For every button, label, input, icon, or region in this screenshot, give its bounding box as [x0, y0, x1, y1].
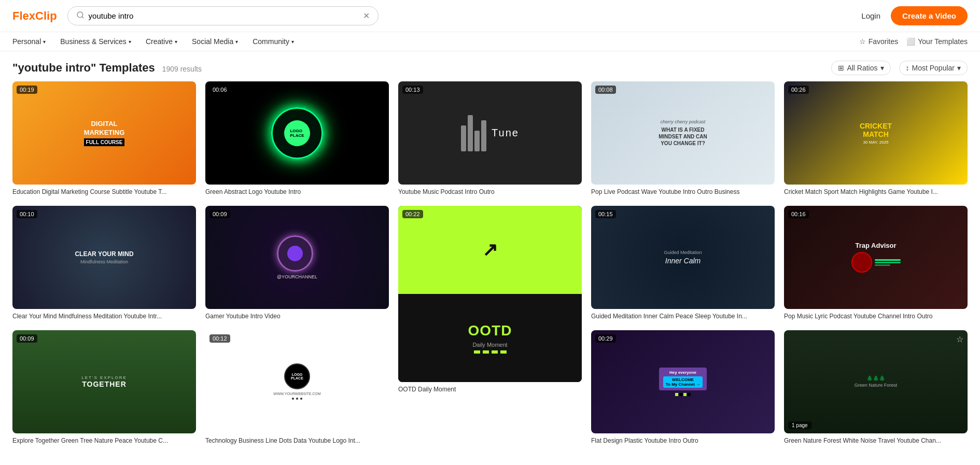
page-title: "youtube intro" Templates 1909 results: [12, 61, 202, 75]
chevron-down-icon: ▾: [957, 64, 961, 72]
template-card[interactable]: 00:16 Trap Advisor Pop Music Lyric Podca…: [784, 206, 968, 321]
one-page-badge: 1 page: [788, 421, 811, 429]
card-duration: 00:19: [17, 86, 37, 94]
nav-personal-label: Personal: [12, 37, 41, 46]
header-right: Login Create a Video: [861, 6, 968, 25]
ootd-dots: [474, 350, 507, 354]
gamer-circle: [277, 235, 313, 272]
card-title: Flat Design Plastic Youtube Intro Outro: [591, 436, 775, 445]
chevron-down-icon: ▾: [880, 64, 884, 72]
template-card[interactable]: 00:13 Tune Youtube Music Podcast Intro O…: [398, 81, 582, 196]
template-card[interactable]: 00:08 cherry cherry podcast WHAT IS A FI…: [591, 81, 775, 196]
card-thumbnail: 00:16 Trap Advisor: [784, 206, 968, 309]
nav-community-label: Community: [253, 37, 289, 46]
svg-point-0: [77, 12, 83, 18]
nav-social-media[interactable]: Social Media ▾: [192, 37, 238, 46]
card-thumbnail: 00:13 Tune: [398, 81, 582, 185]
card-title: Clear Your Mind Mindfulness Meditation Y…: [12, 312, 196, 321]
card-thumbnail: 00:08 cherry cherry podcast WHAT IS A FI…: [591, 81, 775, 185]
filter-row: ⊞ All Ratios ▾ ↕ Most Popular ▾: [831, 61, 968, 75]
card-title: Gamer Youtube Intro Video: [205, 312, 389, 321]
filter-ratio-button[interactable]: ⊞ All Ratios ▾: [831, 61, 890, 75]
template-card[interactable]: 00:09 @YOURCHANNEL Gamer Youtube Intro V…: [205, 206, 389, 321]
search-input[interactable]: [89, 11, 359, 20]
nav-community[interactable]: Community ▾: [253, 37, 294, 46]
template-grid: 00:19 DIGITALMARKETING FULL COURSE Educa…: [0, 81, 980, 458]
template-card-large[interactable]: 00:22 ↗ OOTD Daily Moment OOTD Daily Mom…: [398, 206, 582, 445]
card-duration: 00:26: [788, 86, 809, 94]
page-title-row: "youtube intro" Templates 1909 results ⊞…: [0, 51, 980, 81]
nav-business-label: Business & Services: [60, 37, 127, 46]
card-title: Green Abstract Logo Youtube Intro: [205, 188, 389, 196]
template-card[interactable]: 00:09 LET'S EXPLORE TOGETHER Explore Tog…: [12, 330, 196, 445]
ootd-subtitle: Daily Moment: [472, 342, 507, 348]
templates-icon: ⬜: [906, 37, 915, 46]
template-card[interactable]: 00:29 Hey everyone WELCOMETo My Channel …: [591, 330, 775, 445]
card-duration: 00:29: [595, 334, 616, 343]
card-duration: 00:08: [595, 86, 616, 94]
favorites-button[interactable]: ☆ Favorites: [859, 37, 899, 46]
chevron-down-icon: ▾: [129, 39, 131, 45]
template-card[interactable]: 00:06 LOGOPLACE Green Abstract Logo Yout…: [205, 81, 389, 196]
chevron-down-icon: ▾: [175, 39, 177, 45]
template-card[interactable]: 1 page ☆ 🌲🌲🌲 Green Nature Forest Green N…: [784, 330, 968, 445]
green-circle-decoration: LOGOPLACE: [271, 107, 323, 159]
card-thumbnail: 00:26 CRICKETMATCH 30 MAY, 2025: [784, 81, 968, 185]
card-title: Green Nature Forest White Noise Travel Y…: [784, 436, 968, 445]
results-count: 1909 results: [162, 65, 202, 73]
nav-social-media-label: Social Media: [192, 37, 233, 46]
favorites-label: Favorites: [869, 37, 899, 46]
nav-creative[interactable]: Creative ▾: [146, 37, 177, 46]
card-duration: 00:13: [402, 86, 423, 94]
search-query-title: "youtube intro": [12, 61, 96, 74]
ootd-text: OOTD: [468, 322, 512, 339]
card-title: Guided Meditation Inner Calm Peace Sleep…: [591, 312, 775, 321]
template-card[interactable]: 00:12 LOGOPLACE WWW.YOURWEBSITE.COM Tech…: [205, 330, 389, 445]
search-clear-icon[interactable]: ✕: [363, 11, 370, 21]
template-card[interactable]: 00:26 CRICKETMATCH 30 MAY, 2025 Cricket …: [784, 81, 968, 196]
chevron-down-icon: ▾: [43, 39, 46, 45]
filter-popular-button[interactable]: ↕ Most Popular ▾: [899, 61, 968, 75]
logo-placeholder: LOGOPLACE: [284, 120, 310, 146]
chevron-down-icon: ▾: [291, 39, 294, 45]
nav-right: ☆ Favorites ⬜ Your Templates: [859, 37, 968, 46]
logo[interactable]: FlexClip: [12, 9, 57, 23]
card-title: Technology Business Line Dots Data Youtu…: [205, 436, 389, 445]
nav-business[interactable]: Business & Services ▾: [60, 37, 131, 46]
filter-ratio-label: All Ratios: [847, 64, 877, 72]
template-card[interactable]: 00:19 DIGITALMARKETING FULL COURSE Educa…: [12, 81, 196, 196]
nav-creative-label: Creative: [146, 37, 173, 46]
ootd-bottom-section: OOTD Daily Moment: [398, 294, 582, 382]
card-title: Education Digital Marketing Course Subti…: [12, 188, 196, 196]
nav-personal[interactable]: Personal ▾: [12, 37, 46, 46]
card-thumbnail: 00:06 LOGOPLACE: [205, 81, 389, 185]
filter-popular-label: Most Popular: [912, 64, 955, 72]
nav-row: Personal ▾ Business & Services ▾ Creativ…: [0, 32, 980, 51]
your-templates-button[interactable]: ⬜ Your Templates: [906, 37, 968, 46]
card-duration: 00:16: [788, 210, 809, 218]
card-thumbnail: 00:12 LOGOPLACE WWW.YOURWEBSITE.COM: [205, 330, 389, 433]
card-duration: 00:09: [17, 334, 37, 343]
title-suffix: Templates: [96, 61, 155, 74]
nav-items: Personal ▾ Business & Services ▾ Creativ…: [12, 37, 294, 46]
card-title: Pop Music Lyric Podcast Youtube Channel …: [784, 312, 968, 321]
login-button[interactable]: Login: [861, 11, 880, 20]
create-video-button[interactable]: Create a Video: [891, 6, 968, 25]
favorite-icon[interactable]: ☆: [956, 334, 963, 344]
card-duration: 00:06: [209, 86, 230, 94]
header: FlexClip ✕ Login Create a Video: [0, 0, 980, 32]
template-card[interactable]: 00:15 Guided Meditation Inner Calm Guide…: [591, 206, 775, 321]
card-duration: 00:09: [209, 210, 230, 218]
card-thumbnail: 00:09 @YOURCHANNEL: [205, 206, 389, 309]
your-templates-label: Your Templates: [918, 37, 968, 46]
card-thumbnail: 00:10 CLEAR YOUR MIND Mindfulness Medita…: [12, 206, 196, 309]
card-duration: 00:10: [17, 210, 37, 218]
card-thumbnail: 00:19 DIGITALMARKETING FULL COURSE: [12, 81, 196, 185]
star-icon: ☆: [859, 37, 866, 46]
card-title: Explore Together Green Tree Nature Peace…: [12, 436, 196, 445]
card-thumbnail: 00:22 ↗ OOTD Daily Moment: [398, 206, 582, 382]
card-title: OOTD Daily Moment: [398, 385, 582, 394]
template-card[interactable]: 00:10 CLEAR YOUR MIND Mindfulness Medita…: [12, 206, 196, 321]
card-title: Cricket Match Sport Match Highlights Gam…: [784, 188, 968, 196]
popular-icon: ↕: [906, 64, 909, 72]
